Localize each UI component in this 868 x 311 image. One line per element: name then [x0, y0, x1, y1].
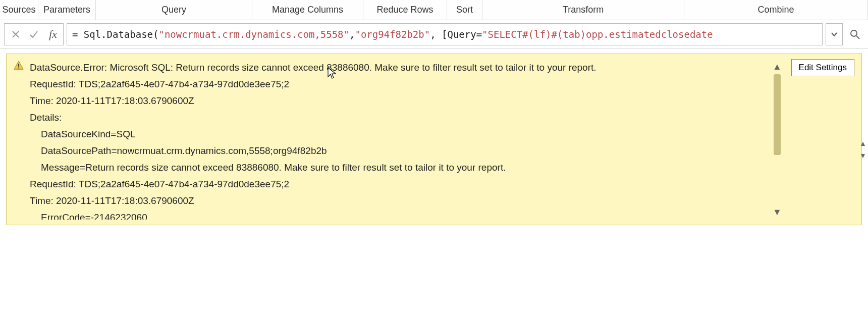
cancel-formula-button[interactable]: [8, 26, 24, 42]
formula-text-prefix: = Sql.Database(: [72, 29, 159, 40]
right-scroll-down-icon[interactable]: ▼: [859, 151, 866, 160]
formula-sep1: ,: [349, 29, 355, 40]
ribbon-tab-query[interactable]: Query: [96, 0, 252, 20]
error-box: DataSource.Error: Microsoft SQL: Return …: [6, 54, 862, 225]
ribbon-tab-parameters[interactable]: Parameters: [38, 0, 96, 20]
fx-label: fx: [44, 28, 60, 41]
formula-arg3: "SELECT#(lf)#(tab)opp.estimatedclosedate: [482, 29, 713, 40]
formula-arg1: "nowcrmuat.crm.dynamics.com,5558": [158, 29, 349, 40]
search-icon[interactable]: [846, 23, 864, 45]
error-line-9: Time: 2020-11-11T17:18:03.6790600Z: [30, 192, 771, 209]
error-scrollbar[interactable]: ▲ ▼: [771, 59, 784, 220]
formula-arg2: "org94f82b2b": [355, 29, 430, 40]
ribbon-tab-reduce-rows[interactable]: Reduce Rows: [363, 0, 447, 20]
scroll-thumb[interactable]: [774, 74, 781, 155]
error-line-3: Time: 2020-11-11T17:18:03.6790600Z: [30, 92, 771, 109]
error-line-5: DataSourceKind=SQL: [30, 126, 771, 142]
error-line-8: RequestId: TDS;2a2af645-4e07-47b4-a734-9…: [30, 176, 771, 192]
svg-rect-1: [18, 64, 19, 66]
svg-rect-2: [18, 68, 19, 69]
ribbon: Sources Parameters Query Manage Columns …: [0, 0, 868, 20]
right-scroll-up-icon[interactable]: ▲: [859, 139, 866, 147]
commit-formula-button[interactable]: [26, 26, 42, 42]
ribbon-tab-transform[interactable]: Transform: [482, 0, 684, 20]
formula-sep2: , [Query=: [430, 29, 482, 40]
ribbon-tab-combine[interactable]: Combine: [684, 0, 868, 20]
error-text: DataSource.Error: Microsoft SQL: Return …: [26, 59, 771, 220]
ribbon-tab-sources[interactable]: Sources: [0, 0, 38, 20]
right-pane-scroll[interactable]: ▲ ▼: [858, 48, 868, 311]
formula-bar-buttons: fx: [4, 23, 64, 45]
ribbon-tab-manage-columns[interactable]: Manage Columns: [252, 0, 363, 20]
formula-input[interactable]: = Sql.Database("nowcrmuat.crm.dynamics.c…: [67, 23, 823, 45]
error-line-4: Details:: [30, 109, 771, 126]
error-line-1: DataSource.Error: Microsoft SQL: Return …: [30, 59, 771, 76]
scroll-up-icon[interactable]: ▲: [773, 59, 782, 74]
scroll-track[interactable]: [774, 74, 781, 204]
error-line-2: RequestId: TDS;2a2af645-4e07-47b4-a734-9…: [30, 76, 771, 92]
error-area: DataSource.Error: Microsoft SQL: Return …: [0, 48, 868, 225]
edit-settings-button[interactable]: Edit Settings: [791, 59, 854, 76]
ribbon-tab-sort[interactable]: Sort: [447, 0, 482, 20]
error-line-7: Message=Return records size cannot excee…: [30, 159, 771, 176]
edit-settings-wrap: Edit Settings: [784, 59, 854, 220]
formula-bar: fx = Sql.Database("nowcrmuat.crm.dynamic…: [0, 20, 868, 48]
warning-icon: [12, 59, 26, 220]
formula-dropdown-button[interactable]: [826, 23, 843, 45]
error-line-6: DataSourcePath=nowcrmuat.crm.dynamics.co…: [30, 142, 771, 159]
error-line-10: ErrorCode=-2146232060: [30, 209, 771, 220]
svg-point-0: [851, 30, 857, 36]
scroll-down-icon[interactable]: ▼: [773, 204, 782, 220]
